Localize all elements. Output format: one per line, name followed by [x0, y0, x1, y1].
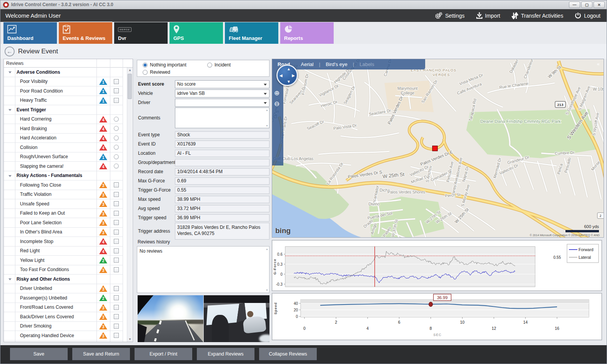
item-checkbox[interactable]	[114, 182, 119, 187]
tree-item-unsafe-speed[interactable]: Unsafe Speed3	[4, 199, 123, 209]
status-option-incident[interactable]: Incident	[207, 62, 231, 68]
maximize-button[interactable]: ▢	[581, 2, 592, 8]
tree-group-risky-actions-fundamentals[interactable]: Risky Actions - Fundamentals	[4, 171, 123, 181]
tree-item-poor-road-condition[interactable]: Poor Road Condition1	[4, 86, 123, 96]
save-button[interactable]: Save	[10, 348, 68, 360]
scroll-up-icon[interactable]: ▲	[266, 248, 268, 250]
tree-item-heavy-traffic[interactable]: Heavy Traffic1	[4, 96, 123, 106]
zoom-in-button[interactable]: ⊕	[274, 90, 279, 96]
radio-button[interactable]	[143, 70, 148, 75]
item-checkbox[interactable]	[114, 79, 119, 84]
driver-cabin-camera-image[interactable]	[204, 295, 269, 342]
item-radio[interactable]	[114, 126, 119, 131]
tree-item-partial[interactable]: 4	[4, 341, 123, 342]
item-checkbox[interactable]	[114, 305, 119, 310]
scroll-down-icon[interactable]: ▼	[127, 337, 133, 342]
item-checkbox[interactable]	[114, 239, 119, 244]
tab-gps[interactable]: GPS	[170, 22, 223, 44]
item-checkbox[interactable]	[114, 258, 119, 263]
map-compass-control[interactable]: ▲ ▼ ◀ ▶	[276, 65, 298, 86]
tree-group-event-trigger[interactable]: Event Trigger	[4, 105, 123, 115]
event-score-select[interactable]: No score	[175, 80, 269, 88]
item-checkbox[interactable]	[114, 267, 119, 272]
menu-action-transfer-activities[interactable]: Transfer Activities	[512, 12, 563, 19]
tree-item-hard-braking[interactable]: Hard Braking4	[4, 124, 123, 134]
tree-group-risky-and-other-actions[interactable]: Risky and Other Actions	[4, 275, 123, 284]
tree-item-operating-handled-device[interactable]: Operating Handled Device3	[4, 331, 123, 341]
tree-item-driver-unbelted[interactable]: Driver Unbelted3	[4, 284, 123, 294]
tree-item-too-fast-for-conditions[interactable]: Too Fast For Conditions3	[4, 265, 123, 275]
expander-icon[interactable]	[8, 109, 12, 111]
minimize-button[interactable]: —	[569, 2, 580, 8]
item-checkbox[interactable]	[114, 286, 119, 291]
menu-action-logout[interactable]: Logout	[575, 12, 600, 19]
tree-item-slapping-the-camera-[interactable]: Slapping the camera!4	[4, 162, 123, 171]
map-view-bird-s-eye[interactable]: Bird's eye	[326, 61, 348, 67]
tree-item-hard-cornering[interactable]: Hard Cornering4	[4, 115, 123, 124]
tree-item-poor-visibility[interactable]: Poor Visibility1	[4, 77, 123, 87]
menu-action-import[interactable]: Import	[476, 12, 501, 19]
item-checkbox[interactable]	[114, 211, 119, 216]
item-radio[interactable]	[114, 117, 119, 122]
tab-fleet-manager[interactable]: Fleet Manager	[225, 22, 278, 44]
pan-right-icon[interactable]: ▶	[292, 73, 295, 78]
tree-item-in-other-s-blind-area[interactable]: In Other's Blind Area3	[4, 228, 123, 237]
tab-dvr[interactable]: MERGEDvr	[114, 22, 168, 44]
tree-scrollbar[interactable]: ▲ ▼	[127, 68, 132, 342]
tree-item-hard-acceleration[interactable]: Hard Acceleration4	[4, 134, 123, 143]
event-location-marker[interactable]	[432, 146, 437, 151]
item-checkbox[interactable]	[114, 98, 119, 103]
radio-button[interactable]	[143, 63, 148, 68]
menu-action-settings[interactable]: Settings	[435, 12, 465, 19]
expander-icon[interactable]	[8, 71, 12, 73]
expander-icon[interactable]	[8, 175, 12, 177]
scroll-down-icon[interactable]: ▼	[266, 289, 268, 291]
pan-up-icon[interactable]: ▲	[287, 67, 291, 71]
expander-icon[interactable]	[8, 278, 12, 280]
scroll-up-icon[interactable]: ▲	[127, 68, 133, 73]
pan-left-icon[interactable]: ◀	[279, 73, 283, 78]
tree-item-rough-uneven-surface[interactable]: Rough/Uneven Surface1	[4, 152, 123, 162]
tree-item-back-driver-lens-covered[interactable]: Back/Driver Lens Covered3	[4, 312, 123, 322]
tree-group-adverse-conditions[interactable]: Adverse Conditions	[4, 68, 123, 77]
collapse-reviews-button[interactable]: Collapse Reviews	[259, 348, 317, 360]
status-option-reviewed[interactable]: Reviewed	[143, 69, 170, 75]
item-radio[interactable]	[114, 136, 119, 141]
radio-button[interactable]	[207, 63, 212, 68]
tab-dashboard[interactable]: Dashboard	[3, 22, 57, 44]
item-checkbox[interactable]	[114, 201, 119, 206]
zoom-out-button[interactable]: ⊖	[274, 101, 279, 107]
save-and-return-button[interactable]: Save and Return	[72, 348, 130, 360]
expand-reviews-button[interactable]: Expand Reviews	[197, 348, 254, 360]
tree-item-red-light[interactable]: Red Light4	[4, 247, 123, 256]
tree-item-passenger-s-unbelted[interactable]: Passenger(s) Unbelted2	[4, 293, 123, 303]
item-checkbox[interactable]	[114, 192, 119, 197]
tab-reports[interactable]: Reports	[280, 22, 334, 44]
vehicle-select[interactable]: idrive Van SB	[175, 89, 269, 98]
reviews-history-box[interactable]: No reviews ▲ ▼	[137, 246, 269, 293]
item-radio[interactable]	[114, 145, 119, 150]
pan-down-icon[interactable]: ▼	[287, 79, 291, 84]
item-checkbox[interactable]	[114, 220, 119, 225]
tab-events-reviews[interactable]: Events & Reviews	[59, 22, 112, 44]
tree-item-poor-lane-selection[interactable]: Poor Lane Selection3	[4, 218, 123, 228]
item-checkbox[interactable]	[114, 314, 119, 319]
scroll-thumb[interactable]	[128, 74, 132, 99]
tree-item-front-road-lens-covered[interactable]: Front/Road Lens Covered3	[4, 303, 123, 313]
item-checkbox[interactable]	[114, 248, 119, 253]
item-checkbox[interactable]	[114, 295, 119, 300]
export-print-button[interactable]: Export / Print	[135, 348, 192, 360]
tree-item-collision[interactable]: Collision4	[4, 143, 123, 152]
back-button[interactable]: ←	[5, 46, 15, 56]
front-road-camera-image[interactable]	[138, 295, 203, 342]
tree-item-failed-to-keep-an-out[interactable]: Failed to Keep an Out3	[4, 209, 123, 218]
map-view-labels[interactable]: Labels	[359, 61, 374, 67]
bing-map[interactable]: ate DrCoolheights DrHightide DrPhantom D…	[272, 59, 604, 238]
item-checkbox[interactable]	[114, 88, 119, 93]
tree-item-yellow-light[interactable]: Yellow Light2	[4, 256, 123, 265]
item-checkbox[interactable]	[114, 333, 119, 338]
item-checkbox[interactable]	[114, 324, 119, 329]
tree-item-incomplete-stop[interactable]: Incomplete Stop4	[4, 237, 123, 247]
item-radio[interactable]	[114, 154, 119, 159]
item-checkbox[interactable]	[114, 230, 119, 235]
